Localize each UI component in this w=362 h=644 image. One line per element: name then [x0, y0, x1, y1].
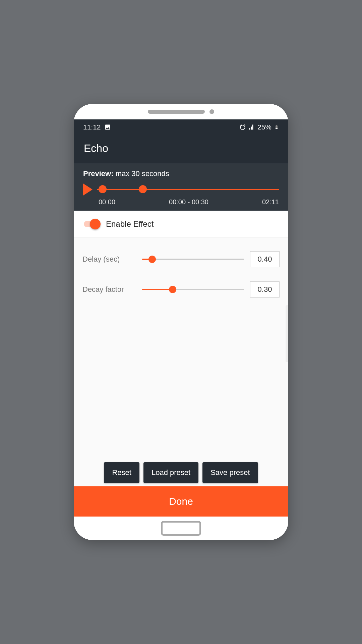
preset-button-row: Reset Load preset Save preset: [74, 462, 288, 486]
enable-effect-label: Enable Effect: [106, 219, 154, 229]
phone-bezel-top: [74, 104, 288, 119]
decay-slider[interactable]: [142, 285, 244, 293]
decay-row: Decay factor 0.30: [82, 281, 280, 298]
status-time: 11:12: [83, 123, 101, 131]
delay-value[interactable]: 0.40: [250, 251, 280, 267]
controls-panel: Delay (sec) 0.40 Decay factor 0.30: [74, 238, 288, 462]
signal-icon: [249, 124, 255, 130]
speaker-slot: [148, 110, 205, 114]
page-title: Echo: [74, 135, 288, 163]
reset-button[interactable]: Reset: [104, 462, 139, 483]
preview-range-slider[interactable]: [97, 183, 279, 196]
range-handle-end[interactable]: [139, 185, 147, 193]
time-start: 00:00: [99, 198, 115, 206]
save-preset-button[interactable]: Save preset: [202, 462, 258, 483]
delay-row: Delay (sec) 0.40: [82, 251, 280, 267]
scroll-indicator[interactable]: [286, 305, 288, 362]
home-button[interactable]: [161, 521, 201, 536]
battery-icon: [274, 124, 279, 130]
play-icon[interactable]: [83, 183, 93, 196]
front-camera: [209, 109, 214, 114]
picture-icon: [104, 124, 111, 130]
done-button[interactable]: Done: [74, 486, 288, 517]
delay-label: Delay (sec): [82, 255, 136, 264]
delay-slider[interactable]: [142, 255, 244, 263]
enable-effect-toggle[interactable]: [84, 221, 99, 227]
time-end: 02:11: [262, 198, 279, 206]
alarm-icon: [239, 124, 246, 130]
load-preset-button[interactable]: Load preset: [143, 462, 198, 483]
decay-value[interactable]: 0.30: [250, 281, 280, 298]
time-range: 00:00 - 00:30: [169, 198, 208, 206]
status-battery-pct: 25%: [257, 123, 272, 131]
phone-bezel-bottom: [74, 517, 288, 540]
range-handle-start[interactable]: [99, 185, 107, 193]
decay-label: Decay factor: [82, 285, 136, 294]
phone-frame: 11:12 25% Echo Preview: max 30 seconds 0…: [74, 104, 288, 540]
status-bar: 11:12 25%: [74, 119, 288, 135]
enable-effect-row: Enable Effect: [74, 211, 288, 238]
preview-title: Preview: max 30 seconds: [83, 169, 279, 178]
preview-panel: Preview: max 30 seconds 00:00 00:00 - 00…: [74, 163, 288, 211]
